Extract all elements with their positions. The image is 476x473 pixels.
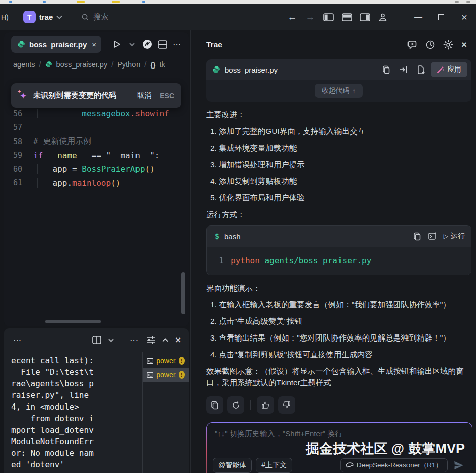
history-button[interactable]	[425, 40, 435, 50]
bash-code-block: $ bash ▷ 运行	[206, 225, 471, 275]
message-list-item: 2. 集成环境变量加载功能	[206, 142, 471, 154]
terminal-line: ed 'dotenv'	[11, 459, 140, 470]
toggle-left-panel-button[interactable]	[319, 9, 337, 26]
code-token: .showinf	[130, 109, 169, 118]
layout-bottom-icon	[342, 13, 352, 21]
symbol-braces-icon: {}	[150, 61, 155, 69]
send-button[interactable]	[452, 458, 466, 472]
breadcrumb[interactable]: agents / boss_praiser.py / Python / {} t…	[13, 58, 165, 71]
apply-code-button[interactable]: 应用	[431, 62, 467, 77]
message-list-item: 4. 点击"复制到剪贴板"按钮可直接使用生成内容	[206, 349, 471, 360]
nav-back-button[interactable]: ←	[283, 9, 301, 26]
send-to-terminal-button[interactable]	[428, 232, 437, 240]
settings-button[interactable]	[443, 40, 453, 50]
terminal-line: ecent call last):	[11, 355, 140, 366]
workspace-switcher[interactable]: T trae	[23, 11, 63, 23]
breadcrumb-language[interactable]: Python	[117, 60, 140, 69]
warning-badge: !	[179, 357, 185, 365]
code-language-label: bash	[224, 232, 241, 241]
regenerate-button[interactable]	[227, 396, 244, 414]
message-heading: 主要改进：	[206, 109, 471, 120]
run-options-button[interactable]	[125, 38, 139, 51]
chat-input-placeholder: "↑↓" 切换历史输入，"Shift+Enter" 换行	[215, 429, 343, 439]
maximize-panel-button[interactable]	[162, 338, 168, 342]
bash-block-header: $ bash ▷ 运行	[207, 226, 471, 247]
ai-notification-toast: ✦✦ 未识别到需要变更的代码 取消 ESC	[11, 83, 181, 108]
thumbs-up-button[interactable]	[257, 396, 274, 414]
collapse-code-button[interactable]: 收起代码 ↑	[315, 84, 363, 98]
copy-command-button[interactable]	[413, 232, 421, 241]
trae-ci-button[interactable]	[141, 38, 154, 51]
close-assistant-button[interactable]: ×	[461, 39, 467, 50]
model-selector[interactable]: DeepSeek-Reasoner（R1）	[340, 458, 448, 472]
chat-plus-icon	[407, 40, 417, 50]
terminal-more-button[interactable]: ⋯	[130, 335, 139, 345]
gear-icon	[443, 40, 453, 50]
terminal-profile-dropdown[interactable]	[108, 339, 114, 342]
thumbs-down-button[interactable]	[278, 396, 295, 414]
breadcrumb-root[interactable]: agents	[13, 60, 35, 69]
code-token: if	[33, 151, 43, 160]
split-terminal-button[interactable]	[92, 336, 101, 344]
line-number: 61	[4, 178, 33, 187]
arrow-up-icon: ↑	[352, 87, 356, 95]
menu-item-partial[interactable]: H)	[1, 13, 9, 21]
create-file-button[interactable]	[414, 62, 428, 77]
chat-input-box[interactable]: "↑↓" 切换历史输入，"Shift+Enter" 换行 掘金技术社区 @ 鼓掌…	[206, 422, 472, 473]
toast-message: 未识别到需要变更的代码	[33, 91, 116, 100]
terminal-session-powershell[interactable]: power... !	[143, 354, 189, 368]
nav-forward-button[interactable]: →	[301, 9, 319, 26]
code-token: mainloop	[72, 178, 111, 188]
bash-line-number: 1	[207, 256, 231, 265]
strip-mark	[466, 1, 470, 3]
terminal-left-more-button[interactable]: ⋯	[13, 335, 22, 345]
terminal-line: rae\agents\boss_p	[11, 378, 140, 389]
toggle-right-panel-button[interactable]	[356, 9, 374, 26]
editor-tab-boss-praiser[interactable]: boss_praiser.py ×	[11, 36, 101, 53]
breadcrumb-file[interactable]: boss_praiser.py	[56, 60, 108, 69]
toggle-bottom-panel-button[interactable]	[337, 9, 356, 26]
code-line-56: 56 messagebox.showinf	[4, 107, 189, 121]
copy-message-button[interactable]	[206, 396, 223, 414]
close-panel-button[interactable]: ×	[175, 334, 181, 346]
maximize-button[interactable]	[430, 7, 453, 27]
assistant-header: Trae ×	[191, 30, 476, 59]
terminal-line: mport load_dotenv	[11, 424, 140, 436]
terminal-session-powershell-active[interactable]: power... !	[143, 368, 189, 382]
code-view[interactable]: 56 messagebox.showinf 57 58 # 更新使用示例 59 …	[4, 107, 189, 190]
run-file-button[interactable]	[110, 38, 123, 51]
terminal-icon	[147, 357, 153, 365]
copy-icon	[413, 232, 421, 241]
actions-divider	[250, 400, 251, 410]
editor-more-button[interactable]: ⋯	[171, 38, 184, 51]
search-input[interactable]: 搜索	[81, 12, 108, 22]
new-chat-button[interactable]	[407, 40, 417, 50]
copy-icon	[211, 401, 219, 410]
breadcrumb-symbol[interactable]: tk	[159, 60, 165, 69]
toast-cancel-button[interactable]: 取消	[137, 91, 152, 100]
account-button[interactable]	[374, 9, 392, 26]
editor-horizontal-scrollbar[interactable]	[45, 320, 101, 323]
terminal-settings-button[interactable]	[146, 336, 155, 344]
terminal-header: ⋯ ⋯ ×	[4, 332, 189, 348]
indent-guide	[57, 109, 57, 118]
terminal-output[interactable]: ecent call last): File "D:\test\trae\age…	[11, 355, 140, 470]
copy-code-button[interactable]	[379, 62, 393, 77]
editor-vertical-scrollbar[interactable]	[181, 272, 185, 314]
code-line-59: 59 if __name__ == "__main__":	[4, 149, 189, 163]
breadcrumb-separator: /	[144, 60, 146, 69]
titlebar-divider	[399, 12, 399, 22]
insert-code-button[interactable]	[396, 62, 411, 77]
tab-close-icon[interactable]: ×	[92, 40, 96, 49]
bash-block-body[interactable]: 1 python agents/boss_praiser.py	[207, 247, 471, 275]
agent-chip-button[interactable]: @智能体	[213, 458, 252, 473]
session-label: power...	[156, 371, 175, 379]
minimize-button[interactable]: —	[406, 7, 430, 27]
titlebar-divider	[70, 12, 70, 22]
toast-esc-hint: ESC	[160, 92, 174, 100]
close-window-button[interactable]: ×	[453, 7, 476, 27]
split-editor-button[interactable]	[156, 38, 169, 51]
context-chip-button[interactable]: #上下文	[256, 458, 292, 473]
strip-mark	[142, 1, 145, 3]
run-command-button[interactable]: ▷ 运行	[444, 232, 465, 241]
